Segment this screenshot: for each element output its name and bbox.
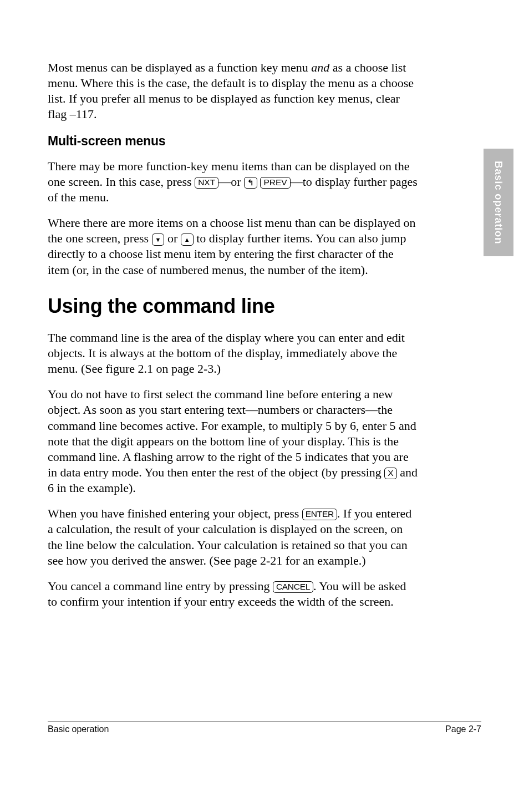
footer-page-number: Page 2-7 <box>445 724 481 734</box>
key-prev: PREV <box>260 177 290 189</box>
key-x: X <box>384 468 396 479</box>
page-content: Most menus can be displayed as a functio… <box>0 0 466 610</box>
chapter-tab-label: Basic operation <box>492 161 505 244</box>
paragraph: When you have finished entering your obj… <box>48 506 418 569</box>
text: When you have finished entering your obj… <box>48 506 302 520</box>
paragraph: You cancel a command line entry by press… <box>48 578 418 610</box>
paragraph: Most menus can be displayed as a functio… <box>48 60 418 123</box>
key-enter: ENTER <box>302 509 337 520</box>
text: You do not have to first select the comm… <box>48 387 416 479</box>
key-up <box>181 234 194 246</box>
key-shift <box>244 177 257 189</box>
paragraph: There may be more function-key menu item… <box>48 159 418 205</box>
paragraph: Where there are more items on a choose l… <box>48 215 418 278</box>
heading-using-command-line: Using the command line <box>48 295 418 318</box>
key-cancel: CANCEL <box>273 581 313 593</box>
text: —or <box>218 175 244 189</box>
key-nxt: NXT <box>195 177 218 189</box>
text: You cancel a command line entry by press… <box>48 579 273 593</box>
chapter-tab: Basic operation <box>484 149 513 256</box>
paragraph: The command line is the area of the disp… <box>48 330 418 377</box>
text: Most menus can be displayed as a functio… <box>48 60 311 74</box>
footer-chapter: Basic operation <box>48 724 109 734</box>
key-down <box>152 234 165 246</box>
subheading-multi-screen: Multi-screen menus <box>48 134 418 149</box>
emphasis: and <box>311 60 329 74</box>
paragraph: You do not have to first select the comm… <box>48 387 418 496</box>
page-footer: Basic operation Page 2-7 <box>48 722 481 734</box>
text: or <box>164 231 180 245</box>
